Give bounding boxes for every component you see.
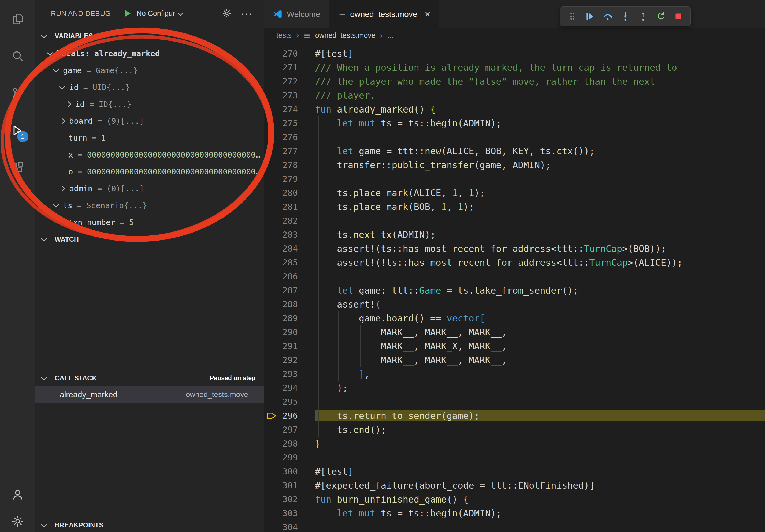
- extensions-icon[interactable]: [0, 149, 35, 186]
- line-number: 288: [279, 299, 298, 309]
- code-line[interactable]: 299: [264, 450, 765, 464]
- variable-row[interactable]: turn = 1: [35, 130, 264, 146]
- line-number: 282: [279, 216, 298, 226]
- code-line[interactable]: 270#[test]: [264, 47, 765, 61]
- variable-row[interactable]: admin = (0)[...]: [35, 180, 264, 197]
- code-lines: 270#[test]271/// When a position is alre…: [264, 47, 765, 532]
- code-line[interactable]: 295: [264, 395, 765, 409]
- step-out-icon[interactable]: [635, 9, 651, 24]
- chevron-down-icon[interactable]: [53, 67, 59, 73]
- code-line[interactable]: 301#[expected_failure(abort_code = ttt::…: [264, 478, 765, 492]
- code-line[interactable]: 296 ts.return_to_sender(game);: [264, 409, 765, 423]
- code-line[interactable]: 294 );: [264, 381, 765, 395]
- close-icon[interactable]: ×: [424, 9, 430, 20]
- tab-welcome[interactable]: Welcome: [264, 0, 330, 28]
- line-number: 276: [279, 132, 298, 142]
- code-token: ,: [364, 369, 370, 379]
- code-line[interactable]: 291 MARK__, MARK_X, MARK__,: [264, 339, 765, 353]
- code-line-content: assert!(ts::has_most_recent_for_address<…: [315, 243, 765, 254]
- code-line[interactable]: 292 MARK__, MARK__, MARK__,: [264, 353, 765, 367]
- variable-row[interactable]: id = UID{...}: [35, 79, 264, 96]
- code-line[interactable]: 293 ],: [264, 367, 765, 381]
- code-editor[interactable]: 270#[test]271/// When a position is alre…: [264, 42, 765, 532]
- account-icon[interactable]: [0, 488, 35, 501]
- chevron-down-icon[interactable]: [53, 202, 59, 208]
- call-stack-frame[interactable]: already_markedowned_tests.move: [35, 386, 264, 403]
- code-line[interactable]: 303 let mut ts = ts::begin(ADMIN);: [264, 506, 765, 520]
- source-control-icon[interactable]: [0, 75, 35, 112]
- code-line[interactable]: 304: [264, 520, 765, 532]
- sidebar-header: RUN AND DEBUG No Configur ···: [35, 0, 264, 27]
- settings-gear-icon[interactable]: [0, 515, 35, 528]
- variable-row[interactable]: txn_number = 5: [35, 214, 264, 231]
- chevron-right-icon[interactable]: [65, 101, 72, 107]
- continue-icon[interactable]: [582, 9, 598, 24]
- code-line[interactable]: 300#[test]: [264, 464, 765, 478]
- code-line[interactable]: 274fun already_marked() {: [264, 102, 765, 116]
- chevron-down-icon: [41, 521, 47, 527]
- code-line[interactable]: 285 assert!(!ts::has_most_recent_for_add…: [264, 256, 765, 269]
- variable-equals: =: [115, 218, 129, 227]
- tab-owned-tests-move[interactable]: ≡ owned_tests.move ×: [330, 0, 439, 28]
- breadcrumb-item-file[interactable]: owned_tests.move: [315, 31, 376, 40]
- variable-row[interactable]: locals: already_marked: [35, 45, 264, 62]
- variables-section-header[interactable]: VARIABLES: [35, 27, 264, 45]
- code-line[interactable]: 283 ts.next_tx(ADMIN);: [264, 228, 765, 242]
- step-over-icon[interactable]: [600, 9, 615, 24]
- debug-settings-icon[interactable]: [222, 9, 232, 18]
- code-line[interactable]: 289 game.board() == vector[: [264, 311, 765, 325]
- debug-config-dropdown[interactable]: No Configur: [136, 9, 187, 18]
- variable-row[interactable]: x = 000000000000000000000000000000000000…: [35, 146, 264, 163]
- code-line[interactable]: 298}: [264, 437, 765, 450]
- editor-area: Welcome ≡ owned_tests.move ×: [264, 0, 765, 532]
- variable-row[interactable]: game = Game{...}: [35, 62, 264, 79]
- watch-section-header[interactable]: WATCH: [35, 231, 264, 247]
- code-line[interactable]: 287 let game: ttt::Game = ts.take_from_s…: [264, 283, 765, 297]
- chevron-right-icon[interactable]: [59, 185, 65, 191]
- chevron-down-icon[interactable]: [59, 84, 65, 90]
- variable-value: 1: [101, 133, 106, 142]
- code-line[interactable]: 290 MARK__, MARK__, MARK__,: [264, 325, 765, 339]
- current-frame-icon[interactable]: [264, 411, 279, 420]
- chevron-right-icon[interactable]: [59, 118, 65, 124]
- code-line[interactable]: 272/// the player who made the "false" m…: [264, 75, 765, 89]
- code-line[interactable]: 282: [264, 214, 765, 228]
- code-line[interactable]: 277 let game = ttt::new(ALICE, BOB, KEY,…: [264, 144, 765, 158]
- code-token: let: [337, 146, 353, 156]
- code-line[interactable]: 275 let mut ts = ts::begin(ADMIN);: [264, 116, 765, 130]
- step-into-icon[interactable]: [618, 9, 633, 24]
- drag-handle-icon[interactable]: [564, 9, 580, 24]
- search-icon[interactable]: [0, 37, 35, 75]
- variable-name: id: [69, 83, 79, 92]
- code-token: MARK__, MARK__, MARK__,: [315, 327, 507, 338]
- code-line[interactable]: 273/// player.: [264, 89, 765, 102]
- variable-row[interactable]: board = (9)[...]: [35, 113, 264, 130]
- code-line[interactable]: 278 transfer::public_transfer(game, ADMI…: [264, 158, 765, 172]
- code-token: return_to_sender: [353, 410, 441, 421]
- code-line[interactable]: 302fun burn_unfinished_game() {: [264, 492, 765, 506]
- code-line[interactable]: 271/// When a position is already marked…: [264, 61, 765, 75]
- variable-row[interactable]: ts = Scenario{...}: [35, 197, 264, 214]
- breadcrumb-item-tests[interactable]: tests: [276, 31, 292, 40]
- start-debug-button[interactable]: [123, 9, 132, 18]
- code-line[interactable]: 297 ts.end();: [264, 423, 765, 437]
- chevron-down-icon[interactable]: [47, 50, 53, 56]
- restart-icon[interactable]: [653, 9, 668, 24]
- explorer-icon[interactable]: [0, 0, 35, 37]
- stop-icon[interactable]: [671, 9, 686, 24]
- code-line[interactable]: 281 ts.place_mark(BOB, 1, 1);: [264, 200, 765, 214]
- run-and-debug-icon[interactable]: [0, 112, 35, 149]
- more-actions-icon[interactable]: ···: [241, 11, 253, 16]
- code-line[interactable]: 276: [264, 130, 765, 144]
- frame-file: owned_tests.move: [186, 390, 248, 399]
- breakpoints-section-header[interactable]: BREAKPOINTS: [35, 518, 264, 532]
- code-line[interactable]: 288 assert!(: [264, 297, 765, 311]
- code-line[interactable]: 279: [264, 172, 765, 186]
- code-line[interactable]: 280 ts.place_mark(ALICE, 1, 1);: [264, 186, 765, 200]
- breadcrumb-item-more[interactable]: ...: [387, 31, 394, 40]
- call-stack-section-header[interactable]: CALL STACK Paused on step: [35, 370, 264, 386]
- variable-row[interactable]: o = 000000000000000000000000000000000000…: [35, 163, 264, 180]
- variable-row[interactable]: id = ID{...}: [35, 96, 264, 113]
- code-line[interactable]: 286: [264, 269, 765, 283]
- code-line[interactable]: 284 assert!(ts::has_most_recent_for_addr…: [264, 242, 765, 256]
